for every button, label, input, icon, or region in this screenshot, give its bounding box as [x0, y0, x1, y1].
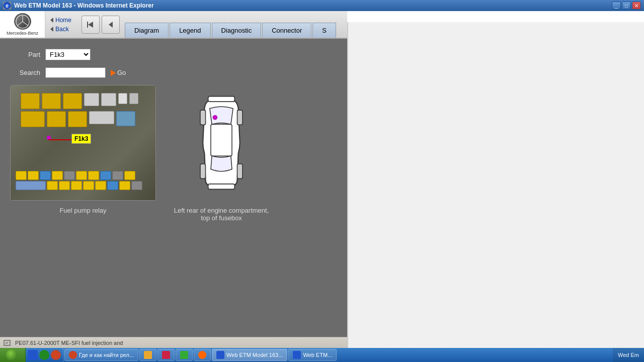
nav-bar: Mercedes-Benz Home Back [0, 11, 347, 39]
taskbar-clock: Wed Em [613, 348, 644, 362]
rewind-button[interactable] [82, 16, 100, 34]
svg-rect-14 [200, 164, 206, 178]
fuse-6 [76, 171, 87, 180]
fuse-15 [95, 181, 106, 190]
fuse-1 [16, 171, 27, 180]
car-caption: Left rear of engine compartment, top of … [171, 207, 272, 222]
svg-rect-9 [211, 124, 232, 156]
taskbar: Где и как найти рел... Web ETM Model 163… [0, 348, 644, 362]
go-button[interactable]: Go [111, 69, 126, 76]
taskbar-ie2-icon [293, 351, 301, 359]
fuse-16 [107, 181, 118, 190]
tab-diagram[interactable]: Diagram [125, 23, 169, 38]
fuse-12 [59, 181, 70, 190]
images-row: F1k3 Fuel pump relay [10, 85, 337, 222]
status-icon [3, 339, 11, 347]
back-button[interactable] [102, 16, 120, 34]
taskbar-search-icon [69, 351, 77, 359]
relay-white-3 [118, 93, 127, 104]
taskbar-etm2-label: Web ETM... [303, 352, 332, 358]
quicklaunch-folder-icon[interactable] [39, 350, 49, 360]
relay-yellow-2 [42, 93, 61, 109]
fuse-17 [119, 181, 130, 190]
windows-orb-icon [6, 349, 17, 360]
status-bar: PE07.61-U-2000T ME-SFI fuel injection an… [0, 337, 347, 348]
fuse-11 [47, 181, 58, 190]
svg-rect-11 [208, 184, 235, 190]
search-label: Search [10, 69, 40, 76]
taskbar-item-browser[interactable] [176, 349, 193, 361]
minimize-button[interactable]: _ [612, 2, 621, 10]
relay-yellow-3 [63, 93, 82, 109]
tab-diagnostic[interactable]: Diagnostic [212, 23, 262, 38]
quicklaunch-media-icon[interactable] [51, 350, 61, 360]
relay-white-4 [129, 93, 138, 104]
maximize-button[interactable]: □ [622, 2, 631, 10]
relay-blue-1 [116, 111, 135, 126]
taskbar-item-media[interactable] [157, 349, 175, 361]
go-triangle-icon [111, 70, 116, 76]
taskbar-items: Где и как найти рел... Web ETM Model 163… [63, 348, 613, 362]
car-diagram[interactable] [181, 85, 262, 201]
relay-yellow-5 [47, 111, 66, 127]
fusebox-image-block: F1k3 Fuel pump relay [10, 85, 156, 222]
tab-connector[interactable]: Connector [262, 23, 311, 38]
start-button[interactable] [0, 348, 26, 362]
status-text: PE07.61-U-2000T ME-SFI fuel injection an… [15, 340, 344, 346]
quicklaunch-ie-icon[interactable] [28, 350, 38, 360]
relay-white-2 [101, 93, 116, 106]
relay-area [21, 93, 145, 127]
clock-text: Wed Em [618, 352, 639, 358]
fusebox-bg: F1k3 [11, 85, 155, 200]
relay-white-1 [84, 93, 99, 106]
fuse-10 [124, 171, 135, 180]
relay-yellow-1 [21, 93, 40, 109]
fusebox-photo[interactable]: F1k3 [10, 85, 156, 201]
taskbar-item-search[interactable]: Где и как найти рел... [64, 349, 138, 361]
taskbar-item-folder[interactable] [139, 349, 156, 361]
search-row: Search Go [10, 67, 337, 78]
home-link[interactable]: Home [50, 17, 71, 24]
fuse-14 [83, 181, 94, 190]
taskbar-etm1-label: Web ETM Model 163... [226, 352, 283, 358]
back-link[interactable]: Back [50, 26, 71, 33]
svg-line-5 [23, 22, 28, 26]
window-controls[interactable]: _ □ ✕ [612, 2, 641, 10]
tab-legend[interactable]: Legend [170, 23, 210, 38]
car-outline-svg [191, 90, 252, 196]
fuse-13 [71, 181, 82, 190]
home-arrow-icon [50, 18, 53, 23]
fuse-8 [100, 171, 111, 180]
taskbar-item-etm2[interactable]: Web ETM... [288, 349, 337, 361]
part-select[interactable]: F1k3 [45, 49, 91, 60]
svg-point-16 [213, 115, 217, 119]
svg-rect-10 [208, 97, 235, 102]
close-button[interactable]: ✕ [632, 2, 641, 10]
relay-yellow-6 [68, 111, 87, 127]
svg-text:e: e [6, 3, 9, 9]
taskbar-media-icon [162, 351, 170, 359]
logo-text: Mercedes-Benz [7, 31, 38, 36]
part-row: Part F1k3 [10, 49, 337, 60]
taskbar-ie1-icon [216, 351, 224, 359]
svg-line-4 [17, 22, 23, 26]
svg-rect-6 [87, 22, 88, 28]
taskbar-folder-icon [144, 351, 152, 359]
content-area: Part F1k3 Search Go [0, 39, 347, 337]
tab-s[interactable]: S [312, 23, 336, 38]
taskbar-item-etm1[interactable]: Web ETM Model 163... [212, 349, 287, 361]
window-title: Web ETM Model 163 - Windows Internet Exp… [14, 2, 609, 9]
home-label: Home [55, 17, 71, 24]
nav-buttons [76, 11, 125, 38]
fuse-grid [16, 171, 150, 190]
search-input[interactable] [45, 67, 106, 78]
svg-rect-13 [237, 110, 243, 125]
fuse-wide [16, 181, 46, 190]
taskbar-ff-icon [198, 351, 206, 359]
part-label: Part [10, 51, 40, 58]
right-content [348, 22, 644, 359]
window-icon: e [3, 2, 11, 10]
fuse-2 [28, 171, 39, 180]
taskbar-item-ff[interactable] [194, 349, 211, 361]
right-panel [347, 22, 644, 359]
